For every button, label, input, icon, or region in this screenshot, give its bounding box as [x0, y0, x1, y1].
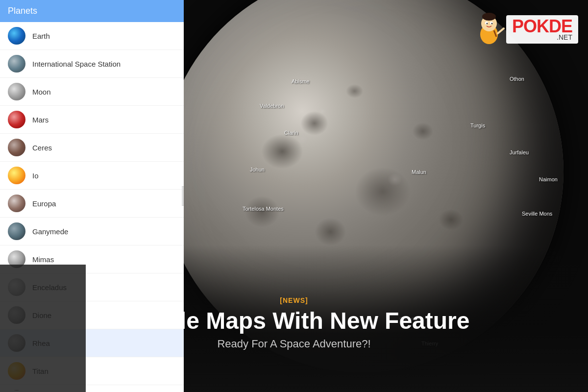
pokde-text-area: POKDE .NET — [506, 15, 578, 44]
planet-item-iss[interactable]: International Space Station — [0, 50, 184, 78]
planet-item-io[interactable]: Io — [0, 162, 184, 190]
planet-name-europa: Europa — [32, 199, 56, 208]
pokde-mascot — [469, 10, 509, 49]
svg-line-8 — [498, 28, 504, 33]
planet-item-earth[interactable]: Earth — [0, 22, 184, 50]
planet-name-iss: International Space Station — [32, 60, 121, 68]
planet-item-ganymede[interactable]: Ganymede — [0, 218, 184, 245]
planet-icon-europa — [8, 195, 25, 212]
sidebar-dark-overlay — [0, 265, 86, 392]
planet-item-mars[interactable]: Mars — [0, 106, 184, 134]
svg-point-5 — [486, 23, 488, 24]
pokde-pok: POK — [512, 16, 549, 36]
planet-name-earth: Earth — [32, 32, 50, 40]
planet-icon-mars — [8, 111, 25, 128]
sidebar: Planets ◀ EarthInternational Space Stati… — [0, 0, 184, 392]
planet-icon-ganymede — [8, 222, 25, 240]
sidebar-collapse-button[interactable]: ◀ — [182, 186, 184, 206]
planet-name-mars: Mars — [32, 116, 49, 124]
svg-point-6 — [491, 23, 492, 24]
pokde-logo: POKDE .NET — [469, 10, 578, 49]
planet-name-moon: Moon — [32, 88, 51, 96]
planet-item-ceres[interactable]: Ceres — [0, 134, 184, 162]
planet-icon-io — [8, 167, 25, 184]
svg-point-2 — [482, 13, 496, 21]
pokde-brand-text: POKDE — [512, 18, 572, 35]
planet-name-io: Io — [32, 172, 39, 180]
sidebar-title: Planets — [8, 6, 37, 16]
planet-icon-earth — [8, 27, 25, 45]
article-subtitle: Ready For A Space Adventure?! — [217, 338, 370, 350]
sidebar-header: Planets — [0, 0, 184, 22]
planet-name-ceres: Ceres — [32, 144, 52, 152]
planet-icon-moon — [8, 83, 25, 100]
planet-icon-iss — [8, 55, 25, 73]
planet-name-mimas: Mimas — [32, 255, 54, 264]
planet-item-europa[interactable]: Europa — [0, 190, 184, 218]
planet-name-ganymede: Ganymede — [32, 227, 68, 236]
news-tag: [NEWS] — [280, 296, 308, 304]
planet-item-moon[interactable]: Moon — [0, 78, 184, 106]
planet-icon-ceres — [8, 139, 25, 156]
